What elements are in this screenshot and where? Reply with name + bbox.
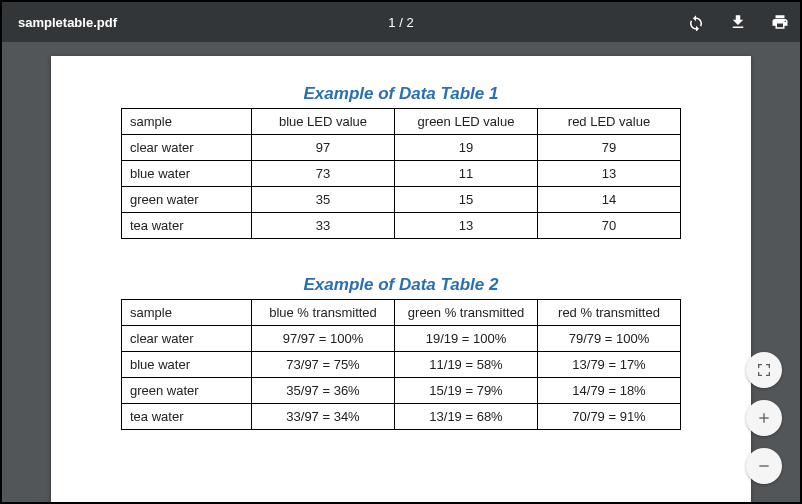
zoom-controls [746,352,782,484]
data-table-2: sample blue % transmitted green % transm… [121,299,681,430]
rotate-icon[interactable] [686,12,706,32]
table-row: clear water971979 [122,135,681,161]
col-header: green % transmitted [395,300,538,326]
table-row: clear water97/97 = 100%19/19 = 100%79/79… [122,326,681,352]
print-icon[interactable] [770,12,790,32]
fit-to-page-button[interactable] [746,352,782,388]
col-header: blue % transmitted [252,300,395,326]
table-row: sample blue % transmitted green % transm… [122,300,681,326]
data-table-1: sample blue LED value green LED value re… [121,108,681,239]
col-header: sample [122,300,252,326]
col-header: red % transmitted [538,300,681,326]
table-row: green water351514 [122,187,681,213]
page-area[interactable]: Example of Data Table 1 sample blue LED … [2,42,800,502]
table-row: tea water33/97 = 34%13/19 = 68%70/79 = 9… [122,404,681,430]
table-row: sample blue LED value green LED value re… [122,109,681,135]
zoom-in-button[interactable] [746,400,782,436]
col-header: blue LED value [252,109,395,135]
download-icon[interactable] [728,12,748,32]
table-row: blue water73/97 = 75%11/19 = 58%13/79 = … [122,352,681,378]
col-header: red LED value [538,109,681,135]
page-indicator: 1 / 2 [388,15,413,30]
zoom-out-button[interactable] [746,448,782,484]
pdf-page: Example of Data Table 1 sample blue LED … [51,56,751,502]
toolbar-actions [686,12,790,32]
table-row: blue water731113 [122,161,681,187]
filename-label: sampletable.pdf [2,15,117,30]
toolbar: sampletable.pdf 1 / 2 [2,2,800,42]
table-row: green water35/97 = 36%15/19 = 79%14/79 =… [122,378,681,404]
col-header: sample [122,109,252,135]
pdf-viewer: sampletable.pdf 1 / 2 Example of Data Ta… [2,2,800,502]
col-header: green LED value [395,109,538,135]
table2-title: Example of Data Table 2 [91,275,711,295]
table1-title: Example of Data Table 1 [91,84,711,104]
table-row: tea water331370 [122,213,681,239]
